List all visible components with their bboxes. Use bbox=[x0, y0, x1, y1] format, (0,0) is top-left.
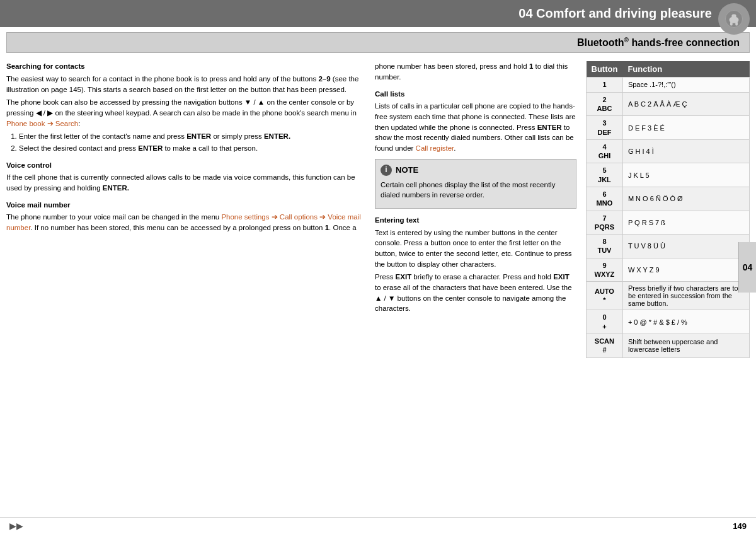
entering-text-p1: Text is entered by using the number butt… bbox=[375, 228, 576, 270]
table-row: 9 WXYZW X Y Z 9 bbox=[587, 258, 750, 282]
button-cell: 5 JKL bbox=[587, 163, 623, 187]
button-function-table: Button Function 1Space .1-?!,:"'()2 ABCA… bbox=[586, 61, 750, 357]
page-bar: ▶▶ 149 bbox=[0, 517, 756, 534]
searching-contacts-list: Enter the first letter of the contact's … bbox=[19, 131, 365, 153]
note-box: i NOTE Certain cell phones display the l… bbox=[375, 159, 576, 209]
function-cell: Space .1-?!,:"'() bbox=[622, 78, 749, 92]
function-cell: G H I 4 Ì bbox=[622, 139, 749, 163]
table-row: SCAN #Shift between uppercase and lowerc… bbox=[587, 334, 750, 357]
function-cell: W X Y Z 9 bbox=[622, 258, 749, 282]
button-cell: 7 PQRS bbox=[587, 211, 623, 235]
page-number: 149 bbox=[733, 521, 747, 531]
header-title: 04 Comfort and driving pleasure bbox=[518, 6, 712, 20]
voice-mail-p: The phone number to your voice mail can … bbox=[6, 212, 365, 233]
function-cell: T U V 8 Ü Ù bbox=[622, 235, 749, 258]
table-row: 0 ++ 0 @ * # & $ £ / % bbox=[587, 310, 750, 334]
main-content: Searching for contacts The easiest way t… bbox=[0, 58, 756, 361]
phone-number-stored-p: phone number has been stored, press and … bbox=[375, 61, 576, 82]
button-cell: 1 bbox=[587, 78, 623, 92]
button-cell: 3 DEF bbox=[587, 116, 623, 140]
button-cell: 9 WXYZ bbox=[587, 258, 623, 282]
table-row: 4 GHIG H I 4 Ì bbox=[587, 139, 750, 163]
entering-text-p2: Press EXIT briefly to erase a character.… bbox=[375, 272, 576, 314]
side-tab: 04 bbox=[738, 242, 756, 293]
table-row: 3 DEFD E F 3 È É bbox=[587, 116, 750, 140]
button-cell: 6 MNO bbox=[587, 187, 623, 211]
button-cell: 2 ABC bbox=[587, 92, 623, 116]
table-row: 1Space .1-?!,:"'() bbox=[587, 78, 750, 92]
table-row: AUTO *Press briefly if two characters ar… bbox=[587, 282, 750, 310]
svg-rect-4 bbox=[735, 22, 738, 26]
function-cell: + 0 @ * # & $ £ / % bbox=[622, 310, 749, 334]
table-row: 7 PQRSP Q R S 7 ß bbox=[587, 211, 750, 235]
left-column: Searching for contacts The easiest way t… bbox=[6, 61, 365, 357]
col-button-header: Button bbox=[587, 61, 623, 78]
note-label: NOTE bbox=[396, 165, 418, 177]
table-row: 5 JKLJ K L 5 bbox=[587, 163, 750, 187]
page-header: 04 Comfort and driving pleasure bbox=[0, 0, 756, 27]
voice-mail-heading: Voice mail number bbox=[6, 200, 365, 211]
searching-contacts-heading: Searching for contacts bbox=[6, 61, 365, 72]
voice-control-p: If the cell phone that is currently conn… bbox=[6, 172, 365, 193]
list-item-2: Select the desired contact and press ENT… bbox=[19, 143, 365, 154]
svg-point-2 bbox=[731, 15, 736, 18]
button-cell: 0 + bbox=[587, 310, 623, 334]
function-cell: A B C 2 Ä Å À Æ Ç bbox=[622, 92, 749, 116]
list-item-1: Enter the first letter of the contact's … bbox=[19, 131, 365, 142]
right-column: Button Function 1Space .1-?!,:"'()2 ABCA… bbox=[586, 61, 750, 357]
call-register-link: Call register bbox=[416, 144, 454, 152]
button-cell: SCAN # bbox=[587, 334, 623, 357]
voice-control-heading: Voice control bbox=[6, 160, 365, 171]
col-function-header: Function bbox=[622, 61, 749, 78]
side-tab-label: 04 bbox=[743, 262, 753, 272]
svg-rect-3 bbox=[730, 22, 733, 26]
function-cell: M N O 6 Ñ Ö Ò Ø bbox=[622, 187, 749, 211]
comfort-icon bbox=[718, 3, 750, 35]
searching-contacts-p1: The easiest way to search for a contact … bbox=[6, 74, 365, 95]
call-lists-p: Lists of calls in a particular cell phon… bbox=[375, 101, 576, 153]
function-cell: D E F 3 È É bbox=[622, 116, 749, 140]
note-header: i NOTE bbox=[381, 165, 571, 177]
button-cell: AUTO * bbox=[587, 282, 623, 310]
table-row: 6 MNOM N O 6 Ñ Ö Ò Ø bbox=[587, 187, 750, 211]
call-lists-heading: Call lists bbox=[375, 89, 576, 100]
table-row: 2 ABCA B C 2 Ä Å À Æ Ç bbox=[587, 92, 750, 116]
section-title: Bluetooth® hands-free connection bbox=[577, 37, 740, 48]
function-cell: P Q R S 7 ß bbox=[622, 211, 749, 235]
arrow-right-icon: ▶▶ bbox=[9, 521, 23, 531]
function-cell: Shift between uppercase and lowercase le… bbox=[622, 334, 749, 357]
table-row: 8 TUVT U V 8 Ü Ù bbox=[587, 235, 750, 258]
info-icon: i bbox=[381, 165, 392, 176]
middle-column: phone number has been stored, press and … bbox=[375, 61, 576, 357]
function-cell: Press briefly if two characters are to b… bbox=[622, 282, 749, 310]
note-text: Certain cell phones display the list of … bbox=[381, 180, 571, 200]
function-cell: J K L 5 bbox=[622, 163, 749, 187]
searching-contacts-p2: The phone book can also be accessed by p… bbox=[6, 97, 365, 129]
entering-text-heading: Entering text bbox=[375, 215, 576, 226]
button-cell: 8 TUV bbox=[587, 235, 623, 258]
section-title-bar: Bluetooth® hands-free connection bbox=[6, 32, 750, 53]
phone-book-search-link: Phone book ➔ Search bbox=[6, 120, 78, 127]
button-cell: 4 GHI bbox=[587, 139, 623, 163]
phone-settings-link: Phone settings ➔ Call options ➔ Voice ma… bbox=[6, 213, 361, 231]
